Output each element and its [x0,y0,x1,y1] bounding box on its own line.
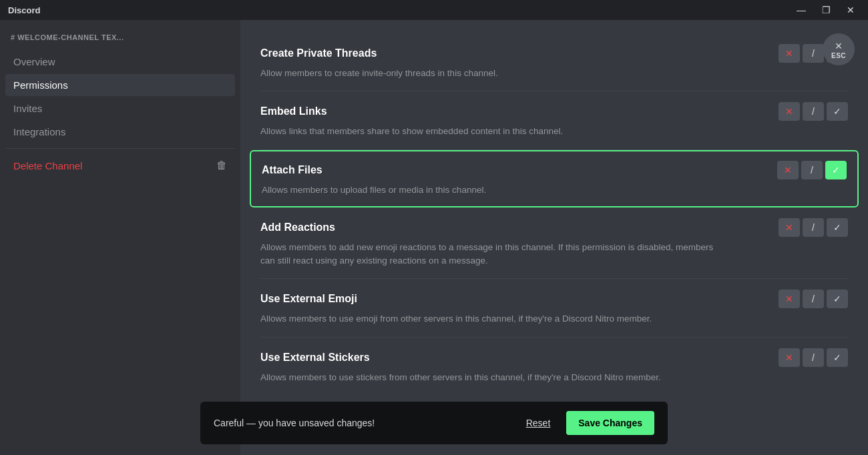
permission-row-add-reactions: Add Reactions ✕ / ✓ Allows members to ad… [260,207,848,280]
permission-desc: Allows members to upload files or media … [262,183,716,197]
sidebar: # WELCOME-CHANNEL TEX... Overview Permis… [0,20,240,455]
perm-deny-btn[interactable]: ✕ [779,102,800,121]
permission-row-embed-links: Embed Links ✕ / ✓ Allows links that memb… [260,91,848,149]
perm-deny-btn[interactable]: ✕ [779,290,800,308]
sidebar-item-overview[interactable]: Overview [5,51,235,73]
permission-title: Use External Stickers [260,352,370,364]
permission-header: Use External Emoji ✕ / ✓ [260,290,848,308]
permission-title: Embed Links [260,105,327,117]
esc-x-icon: × [835,40,843,52]
trash-icon: 🗑 [216,159,227,171]
channel-name: # WELCOME-CHANNEL TEX... [5,33,235,51]
sidebar-item-integrations-label: Integrations [13,126,65,137]
permission-title: Use External Emoji [260,293,357,305]
unsaved-warning-text: Careful — you have unsaved changes! [214,418,510,428]
permission-row-attach-files: Attach Files ✕ / ✓ Allows members to upl… [250,150,859,207]
perm-allow-btn[interactable]: ✓ [827,290,848,308]
sidebar-divider [5,148,235,149]
perm-allow-btn[interactable]: ✓ [827,218,848,237]
sidebar-item-overview-label: Overview [13,56,55,67]
perm-deny-btn[interactable]: ✕ [779,348,800,367]
perm-neutral-btn[interactable]: / [803,348,824,367]
sidebar-item-delete-channel[interactable]: Delete Channel 🗑 [5,154,235,177]
sidebar-item-invites[interactable]: Invites [5,97,235,119]
perm-allow-btn[interactable]: ✓ [827,348,848,367]
perm-toggles: ✕ / ✓ [779,102,848,121]
close-button[interactable]: ✕ [841,3,860,17]
permission-row-use-external-emoji: Use External Emoji ✕ / ✓ Allows members … [260,279,848,337]
perm-neutral-btn[interactable]: / [803,218,824,237]
reset-button[interactable]: Reset [526,418,551,428]
perm-deny-btn[interactable]: ✕ [779,218,800,237]
perm-toggles: ✕ / ✓ [779,290,848,308]
perm-allow-btn[interactable]: ✓ [827,102,848,121]
window-controls: — ❐ ✕ [791,3,860,17]
perm-toggles: ✕ / ✓ [779,348,848,367]
perm-allow-btn-active[interactable]: ✓ [825,161,847,179]
permission-title: Attach Files [262,164,322,176]
perm-neutral-btn[interactable]: / [803,102,824,121]
perm-toggles: ✕ / ✓ [779,218,848,237]
app-logo: Discord [8,5,791,15]
perm-neutral-btn[interactable]: / [803,44,824,63]
titlebar: Discord — ❐ ✕ [0,0,868,20]
sidebar-item-invites-label: Invites [13,103,42,114]
minimize-button[interactable]: — [791,3,811,17]
permission-header: Embed Links ✕ / ✓ [260,102,848,121]
sidebar-item-permissions[interactable]: Permissions [5,74,235,96]
permission-desc: Allows members to use emoji from other s… [260,312,714,326]
permission-desc: Allows members to use stickers from othe… [260,371,714,384]
permission-title: Create Private Threads [260,47,377,59]
permission-header: Create Private Threads ✕ / ✓ [260,44,848,63]
perm-deny-btn[interactable]: ✕ [777,161,799,179]
permission-desc: Allow members to create invite-only thre… [260,67,714,80]
permission-header: Attach Files ✕ / ✓ [262,161,847,179]
permission-desc: Allows members to add new emoji reaction… [260,241,714,268]
main-layout: # WELCOME-CHANNEL TEX... Overview Permis… [0,20,868,455]
permission-header: Use External Stickers ✕ / ✓ [260,348,848,367]
permission-desc: Allows links that members share to show … [260,125,714,138]
main-content: × ESC Create Private Threads ✕ / ✓ Allow… [240,20,868,455]
perm-neutral-btn[interactable]: / [803,290,824,308]
permission-header: Add Reactions ✕ / ✓ [260,218,848,237]
sidebar-item-integrations[interactable]: Integrations [5,121,235,143]
esc-button[interactable]: × ESC [823,33,855,65]
permission-row-create-private-threads: Create Private Threads ✕ / ✓ Allow membe… [260,33,848,91]
esc-label: ESC [831,52,846,59]
delete-channel-label: Delete Channel [13,160,82,171]
permission-title: Add Reactions [260,221,335,234]
perm-deny-btn[interactable]: ✕ [779,44,800,63]
unsaved-changes-bar: Careful — you have unsaved changes! Rese… [200,402,668,444]
sidebar-item-permissions-label: Permissions [13,79,68,91]
perm-neutral-btn[interactable]: / [801,161,823,179]
perm-toggles: ✕ / ✓ [777,161,847,179]
permission-row-use-external-stickers: Use External Stickers ✕ / ✓ Allows membe… [260,338,848,395]
save-changes-button[interactable]: Save Changes [566,411,654,435]
maximize-button[interactable]: ❐ [817,3,836,17]
